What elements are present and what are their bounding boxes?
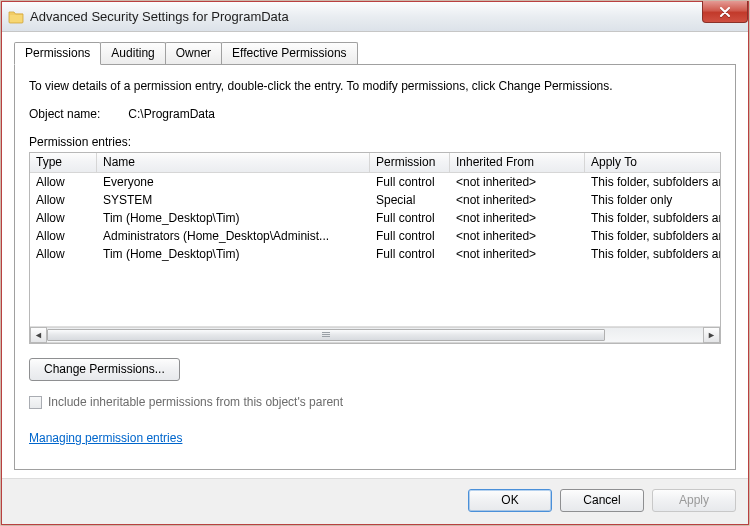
cell-apply: This folder, subfolders and fi: [585, 227, 720, 245]
cell-name: Everyone: [97, 173, 370, 191]
titlebar[interactable]: Advanced Security Settings for ProgramDa…: [2, 2, 748, 32]
cell-name: Administrators (Home_Desktop\Administ...: [97, 227, 370, 245]
scroll-track[interactable]: [47, 327, 703, 343]
cell-permission: Full control: [370, 245, 450, 263]
inherit-checkbox-row[interactable]: Include inheritable permissions from thi…: [29, 395, 721, 409]
cell-inherited: <not inherited>: [450, 227, 585, 245]
instruction-text: To view details of a permission entry, d…: [29, 79, 721, 93]
cell-apply: This folder only: [585, 191, 720, 209]
table-row[interactable]: Allow SYSTEM Special <not inherited> Thi…: [30, 191, 720, 209]
cell-permission: Full control: [370, 209, 450, 227]
tab-label: Effective Permissions: [232, 46, 347, 60]
folder-icon: [8, 9, 24, 25]
window-controls: [702, 1, 748, 23]
cell-type: Allow: [30, 173, 97, 191]
cell-type: Allow: [30, 191, 97, 209]
tab-effective-permissions[interactable]: Effective Permissions: [221, 42, 358, 64]
table-row[interactable]: Allow Tim (Home_Desktop\Tim) Full contro…: [30, 209, 720, 227]
tab-label: Auditing: [111, 46, 154, 60]
permission-entries-list[interactable]: Type Name Permission Inherited From Appl…: [29, 152, 721, 344]
list-header: Type Name Permission Inherited From Appl…: [30, 153, 720, 173]
cell-inherited: <not inherited>: [450, 173, 585, 191]
close-icon: [719, 7, 731, 17]
scroll-left-arrow-icon[interactable]: ◄: [30, 327, 47, 343]
close-button[interactable]: [702, 1, 748, 23]
help-link-row: Managing permission entries: [29, 431, 721, 445]
checkbox-icon[interactable]: [29, 396, 42, 409]
cell-type: Allow: [30, 209, 97, 227]
ok-button[interactable]: OK: [468, 489, 552, 512]
cell-permission: Full control: [370, 227, 450, 245]
cell-name: Tim (Home_Desktop\Tim): [97, 245, 370, 263]
object-name-row: Object name: C:\ProgramData: [29, 107, 721, 121]
scroll-thumb[interactable]: [47, 329, 605, 341]
col-header-permission[interactable]: Permission: [370, 153, 450, 172]
tab-label: Permissions: [25, 46, 90, 60]
tab-panel-permissions: To view details of a permission entry, d…: [14, 64, 736, 470]
table-row[interactable]: Allow Tim (Home_Desktop\Tim) Full contro…: [30, 245, 720, 263]
tabstrip: Permissions Auditing Owner Effective Per…: [14, 42, 736, 64]
cell-inherited: <not inherited>: [450, 245, 585, 263]
managing-permission-entries-link[interactable]: Managing permission entries: [29, 431, 182, 445]
cell-inherited: <not inherited>: [450, 191, 585, 209]
change-permissions-button[interactable]: Change Permissions...: [29, 358, 180, 381]
table-row[interactable]: Allow Everyone Full control <not inherit…: [30, 173, 720, 191]
cell-name: SYSTEM: [97, 191, 370, 209]
table-row[interactable]: Allow Administrators (Home_Desktop\Admin…: [30, 227, 720, 245]
cell-inherited: <not inherited>: [450, 209, 585, 227]
cell-apply: This folder, subfolders and fi: [585, 245, 720, 263]
tab-permissions[interactable]: Permissions: [14, 42, 101, 65]
cell-name: Tim (Home_Desktop\Tim): [97, 209, 370, 227]
dialog-window: Advanced Security Settings for ProgramDa…: [1, 1, 749, 525]
cell-apply: This folder, subfolders and fi: [585, 209, 720, 227]
cell-permission: Full control: [370, 173, 450, 191]
col-header-apply[interactable]: Apply To: [585, 153, 745, 172]
apply-button[interactable]: Apply: [652, 489, 736, 512]
cell-type: Allow: [30, 245, 97, 263]
tab-owner[interactable]: Owner: [165, 42, 222, 64]
window-title: Advanced Security Settings for ProgramDa…: [30, 9, 289, 24]
tab-label: Owner: [176, 46, 211, 60]
object-name-value: C:\ProgramData: [128, 107, 215, 121]
cell-permission: Special: [370, 191, 450, 209]
horizontal-scrollbar[interactable]: ◄ ►: [30, 326, 720, 343]
object-name-label: Object name:: [29, 107, 125, 121]
tab-auditing[interactable]: Auditing: [100, 42, 165, 64]
cell-apply: This folder, subfolders and fi: [585, 173, 720, 191]
permission-entries-label: Permission entries:: [29, 135, 721, 149]
dialog-button-bar: OK Cancel Apply: [2, 478, 748, 524]
cell-type: Allow: [30, 227, 97, 245]
list-body: Allow Everyone Full control <not inherit…: [30, 173, 720, 326]
scroll-right-arrow-icon[interactable]: ►: [703, 327, 720, 343]
below-list-controls: Change Permissions...: [29, 358, 721, 381]
cancel-button[interactable]: Cancel: [560, 489, 644, 512]
col-header-type[interactable]: Type: [30, 153, 97, 172]
col-header-name[interactable]: Name: [97, 153, 370, 172]
col-header-inherited[interactable]: Inherited From: [450, 153, 585, 172]
client-area: Permissions Auditing Owner Effective Per…: [2, 32, 748, 478]
inherit-checkbox-label: Include inheritable permissions from thi…: [48, 395, 343, 409]
